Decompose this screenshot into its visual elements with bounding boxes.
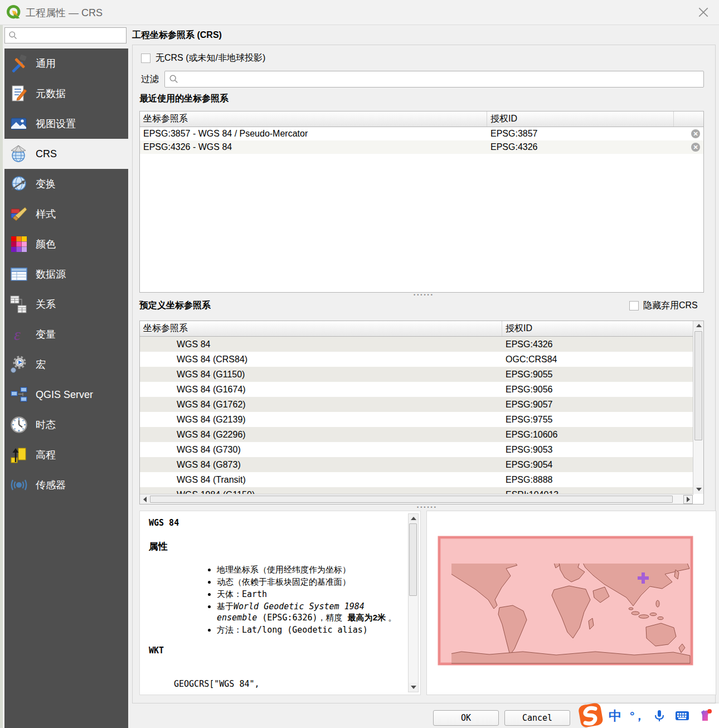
globe-mesh-icon	[9, 144, 29, 164]
sidebar-item-transformations[interactable]: 变换	[4, 169, 128, 199]
recent-crs-table: 坐标参照系 授权ID EPSG:3857 - WGS 84 / Pseudo-M…	[139, 111, 704, 293]
search-icon	[169, 74, 179, 84]
sidebar-item-label: QGIS Server	[36, 389, 93, 401]
splitter-handle[interactable]: ••••••	[414, 292, 434, 298]
titlebar: 工程属性 — CRS	[0, 0, 719, 25]
cancel-button[interactable]: Cancel	[504, 710, 570, 726]
sidebar: 通用 元数据	[3, 25, 128, 728]
property-item: 地理坐标系（使用经纬度作为坐标）	[217, 564, 404, 575]
property-item: 基于World Geodetic System 1984 ensemble (E…	[217, 601, 404, 623]
scroll-left-button[interactable]	[140, 495, 149, 504]
sidebar-item-view-settings[interactable]: 视图设置	[4, 109, 128, 139]
details-scrollbar[interactable]	[408, 513, 419, 692]
remove-crs-icon[interactable]: ✕	[691, 129, 700, 138]
column-header-authid[interactable]: 授权ID	[487, 111, 674, 127]
sidebar-item-styles[interactable]: 样式	[4, 199, 128, 229]
splitter-handle[interactable]: ••••••	[417, 504, 438, 510]
gear-play-icon	[9, 355, 29, 375]
sidebar-item-data-sources[interactable]: 数据源	[4, 259, 128, 289]
paintbrush-icon	[9, 204, 29, 224]
column-header-authid[interactable]: 授权ID	[502, 321, 683, 336]
relations-icon	[9, 294, 29, 314]
scroll-up-button[interactable]	[694, 321, 703, 330]
hide-deprecated-checkbox[interactable]	[629, 301, 639, 310]
microphone-icon[interactable]	[652, 708, 667, 723]
property-item: 天体：Earth	[217, 589, 404, 600]
scrollbar-thumb[interactable]	[694, 331, 702, 440]
sidebar-item-label: 变换	[36, 177, 56, 191]
remove-crs-icon[interactable]: ✕	[691, 143, 700, 152]
table-icon	[9, 264, 29, 284]
table-row[interactable]: EPSG:3857 - WGS 84 / Pseudo-Mercator EPS…	[140, 127, 703, 140]
world-map	[427, 511, 717, 696]
sidebar-item-relations[interactable]: 关系	[4, 289, 128, 319]
wkt-text: GEOGCRS["WGS 84", ENSEMBLE["World Geodet…	[149, 658, 404, 695]
table-row[interactable]: EPSG:4326 - WGS 84 EPSG:4326 ✕	[140, 140, 703, 154]
sidebar-item-sensors[interactable]: 传感器	[4, 470, 128, 500]
table-row[interactable]: WGS 84 (G873)EPSG:9054	[140, 457, 694, 472]
sogou-logo-icon[interactable]	[576, 702, 605, 728]
scroll-down-button[interactable]	[694, 485, 703, 494]
sidebar-item-colors[interactable]: 颜色	[4, 229, 128, 259]
ime-punctuation-button[interactable]: °，	[630, 708, 644, 724]
table-row[interactable]: WGS 84 (G1762)EPSG:9057	[140, 397, 694, 412]
search-icon	[8, 31, 18, 40]
property-item: 动态（依赖于非板块固定的基准面）	[217, 576, 404, 588]
table-row[interactable]: WGS 84 (G1674)EPSG:9056	[140, 382, 694, 397]
sidebar-item-label: 传感器	[36, 478, 66, 492]
horizontal-scrollbar[interactable]	[140, 494, 693, 504]
close-button[interactable]	[696, 4, 711, 20]
keyboard-icon[interactable]	[675, 708, 689, 723]
sidebar-search-input[interactable]	[21, 31, 126, 40]
ime-chinese-mode-button[interactable]: 中	[609, 707, 621, 725]
skin-theme-icon[interactable]	[698, 708, 712, 723]
sensor-waves-icon	[9, 475, 29, 495]
table-row[interactable]: WGS 84 (G2139)EPSG:9755	[140, 412, 694, 427]
scrollbar-thumb[interactable]	[409, 523, 417, 596]
no-crs-checkbox[interactable]	[141, 54, 150, 63]
sidebar-list: 通用 元数据	[4, 48, 128, 728]
filter-field[interactable]	[164, 71, 704, 88]
sidebar-item-crs[interactable]: CRS	[4, 139, 128, 169]
predefined-table-header: 坐标参照系 授权ID	[140, 321, 694, 337]
table-row[interactable]: WGS 84 (G2296)EPSG:10606	[140, 427, 694, 442]
table-row[interactable]: WGS 84 (CRS84)OGC:CRS84	[140, 352, 694, 367]
sidebar-item-general[interactable]: 通用	[4, 48, 128, 79]
ok-button[interactable]: OK	[433, 710, 499, 726]
scroll-up-button[interactable]	[409, 514, 418, 523]
no-crs-row: 无CRS (或未知/非地球投影)	[141, 52, 265, 64]
hide-deprecated-row: 隐藏弃用CRS	[629, 300, 698, 312]
crs-name: WGS 84	[149, 518, 404, 528]
scroll-down-button[interactable]	[409, 683, 418, 692]
clock-icon	[9, 415, 29, 435]
filter-input[interactable]	[182, 75, 703, 84]
table-row[interactable]: WGS 84EPSG:4326	[140, 337, 694, 352]
document-pencil-icon	[9, 84, 29, 104]
svg-text:ε: ε	[14, 325, 21, 343]
sidebar-item-label: 变量	[36, 328, 56, 341]
table-row[interactable]: WGS 84 (G1150)EPSG:9055	[140, 367, 694, 382]
column-header-crs[interactable]: 坐标参照系	[140, 111, 487, 127]
epsilon-icon: ε	[9, 324, 29, 344]
scrollbar-thumb[interactable]	[150, 496, 673, 503]
sidebar-item-qgis-server[interactable]: QGIS Server	[4, 380, 128, 410]
globe-arrow-icon	[9, 174, 29, 194]
sidebar-item-label: 时态	[36, 418, 56, 431]
sidebar-item-temporal[interactable]: 时态	[4, 410, 128, 440]
sidebar-item-label: 数据源	[36, 268, 66, 281]
sidebar-item-label: 高程	[36, 448, 56, 462]
recent-table-header: 坐标参照系 授权ID	[140, 111, 703, 127]
scroll-right-button[interactable]	[683, 495, 693, 504]
sidebar-item-elevation[interactable]: 高程	[4, 440, 128, 470]
sidebar-item-macros[interactable]: 宏	[4, 350, 128, 380]
server-computers-icon	[9, 385, 29, 405]
sidebar-item-metadata[interactable]: 元数据	[4, 79, 128, 109]
project-properties-dialog: 工程属性 — CRS	[0, 0, 719, 728]
sidebar-search[interactable]	[4, 27, 127, 43]
predefined-heading: 预定义坐标参照系	[139, 300, 211, 312]
table-row[interactable]: WGS 84 (Transit)EPSG:8888	[140, 472, 694, 487]
column-header-crs[interactable]: 坐标参照系	[140, 321, 502, 336]
table-row[interactable]: WGS 84 (G730)EPSG:9053	[140, 442, 694, 457]
sidebar-item-variables[interactable]: ε 变量	[4, 319, 128, 350]
vertical-scrollbar[interactable]	[693, 321, 703, 494]
